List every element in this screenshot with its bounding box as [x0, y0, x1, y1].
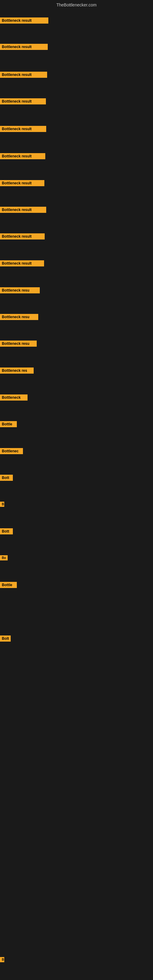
bottleneck-result-badge: Bottle [0, 582, 17, 588]
bottleneck-result-badge: Bott [0, 528, 13, 535]
bottleneck-result-badge: Bottleneck [0, 395, 27, 401]
bottleneck-result-badge: Bottleneck result [0, 18, 48, 24]
bottleneck-result-badge: Bottleneck res [0, 368, 33, 374]
bottleneck-result-badge: Bottle [0, 421, 17, 427]
bottleneck-result-badge: Bottleneck result [0, 153, 45, 159]
bottleneck-result-badge: Bott [0, 475, 13, 481]
bottleneck-result-badge: Bottlenec [0, 448, 23, 454]
bottleneck-result-badge: Bo [0, 555, 8, 560]
bottleneck-result-badge: Bottleneck result [0, 98, 46, 105]
site-title: TheBottlenecker.com [0, 0, 153, 10]
bottleneck-result-badge: Bottleneck result [0, 126, 46, 132]
bottleneck-result-badge: Bolt [0, 635, 11, 641]
bottleneck-result-badge: Bottleneck result [0, 180, 45, 186]
bottleneck-result-badge: Bottleneck resu [0, 287, 40, 293]
bottleneck-result-badge: Bottleneck result [0, 207, 46, 213]
bottleneck-result-badge: Bottleneck result [0, 72, 47, 78]
bottleneck-result-badge: B [0, 957, 4, 962]
bottleneck-result-badge: Bottleneck result [0, 233, 45, 240]
bottleneck-result-badge: Bottleneck resu [0, 340, 37, 347]
bottleneck-result-badge: B [0, 502, 4, 507]
bottleneck-result-badge: Bottleneck result [0, 260, 44, 266]
bottleneck-result-badge: Bottleneck result [0, 44, 48, 50]
bottleneck-result-badge: Bottleneck resu [0, 314, 38, 320]
